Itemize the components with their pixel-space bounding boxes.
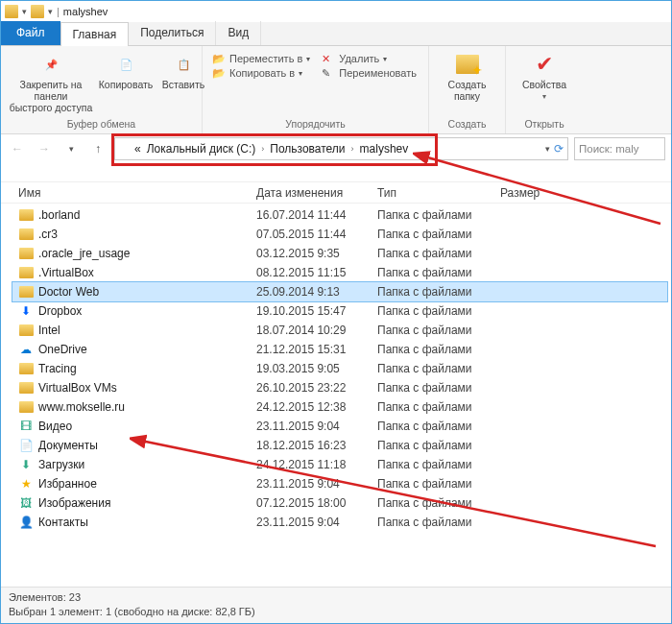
copy-icon: 📄 — [112, 52, 139, 77]
crumb-3[interactable]: malyshev — [356, 142, 413, 156]
item-type: Папка с файлами — [377, 362, 500, 375]
item-date: 08.12.2015 11:15 — [256, 266, 377, 279]
item-name: Изображения — [38, 496, 256, 510]
col-name[interactable]: Имя — [18, 186, 256, 200]
move-to-button[interactable]: 📂Переместить в ▾ — [208, 52, 314, 65]
props-label: Свойства — [522, 79, 566, 90]
qa-dropdown-icon[interactable]: ▾ — [22, 7, 27, 16]
pin-label: Закрепить на панели быстрого доступа — [9, 79, 93, 113]
item-type: Папка с файлами — [377, 516, 500, 529]
list-item[interactable]: .oracle_jre_usage03.12.2015 9:35Папка с … — [12, 244, 667, 263]
list-item[interactable]: ⬇Загрузки24.12.2015 11:18Папка с файлами — [12, 455, 667, 474]
list-item[interactable]: ☁OneDrive21.12.2015 15:31Папка с файлами — [12, 340, 667, 359]
pin-icon: 📌 — [37, 52, 64, 77]
status-bar: Элементов: 23 — [1, 587, 671, 606]
item-type: Папка с файлами — [377, 285, 500, 299]
crumb-1[interactable]: Локальный диск (C:) — [143, 142, 260, 156]
item-type: Папка с файлами — [377, 324, 500, 337]
delete-button[interactable]: ✕Удалить ▾ — [318, 52, 420, 65]
list-item[interactable]: www.mokselle.ru24.12.2015 12:38Папка с ф… — [12, 397, 667, 417]
copy-label: Копировать — [99, 79, 154, 90]
list-item[interactable]: .borland16.07.2014 11:44Папка с файлами — [12, 205, 667, 225]
copyto-icon: 📂 — [212, 67, 226, 79]
crumb-2[interactable]: Пользователи — [266, 142, 348, 156]
item-type: Папка с файлами — [377, 266, 500, 279]
list-item[interactable]: 🎞Видео23.11.2015 9:04Папка с файлами — [12, 417, 667, 436]
item-date: 24.12.2015 11:18 — [256, 458, 377, 471]
folder-icon — [18, 265, 34, 280]
item-name: www.mokselle.ru — [38, 400, 256, 414]
item-date: 07.05.2015 11:44 — [256, 228, 377, 241]
address-row: ← → ▾ ↑ « Локальный диск (C:)› Пользоват… — [1, 134, 671, 163]
group-organize-label: Упорядочить — [285, 118, 345, 130]
item-name: Загрузки — [38, 458, 256, 471]
folder-icon — [18, 227, 34, 242]
list-item[interactable]: VirtualBox VMs26.10.2015 23:22Папка с фа… — [12, 378, 667, 397]
tab-file[interactable]: Файл — [1, 21, 60, 45]
item-type: Папка с файлами — [377, 247, 500, 260]
list-item[interactable]: 🖼Изображения07.12.2015 18:00Папка с файл… — [12, 493, 667, 513]
item-date: 07.12.2015 18:00 — [256, 496, 377, 510]
list-item[interactable]: 📄Документы18.12.2015 16:23Папка с файлам… — [12, 436, 667, 455]
item-date: 25.09.2014 9:13 — [256, 285, 377, 299]
window-title: malyshev — [63, 6, 108, 17]
item-type: Папка с файлами — [377, 400, 500, 414]
video-icon: 🎞 — [18, 419, 34, 434]
item-type: Папка с файлами — [377, 420, 500, 433]
item-name: .borland — [38, 208, 256, 222]
item-date: 16.07.2014 11:44 — [256, 208, 377, 222]
move-icon: 📂 — [212, 53, 226, 64]
col-size[interactable]: Размер — [500, 186, 577, 200]
properties-button[interactable]: ✔ Свойства ▾ — [517, 50, 571, 101]
contacts-icon: 👤 — [18, 515, 34, 530]
list-item[interactable]: Doctor Web25.09.2014 9:13Папка с файлами — [12, 282, 667, 301]
folder-icon — [18, 207, 34, 223]
addr-dropdown-icon[interactable]: ▾ — [545, 144, 550, 154]
list-item[interactable]: Intel18.07.2014 10:29Папка с файлами — [12, 321, 667, 340]
app-icon — [5, 5, 18, 18]
folder-icon — [18, 323, 34, 338]
recent-button[interactable]: ▾ — [60, 138, 82, 159]
folder-icon — [119, 143, 132, 155]
list-item[interactable]: Tracing19.03.2015 9:05Папка с файлами — [12, 359, 667, 378]
rename-button[interactable]: ✎Переименовать — [318, 66, 420, 80]
qa-dropdown-icon2[interactable]: ▾ — [48, 7, 53, 16]
pin-button[interactable]: 📌 Закрепить на панели быстрого доступа — [7, 50, 95, 113]
downloads-icon: ⬇ — [18, 457, 34, 472]
paste-label: Вставить — [162, 79, 205, 90]
list-item[interactable]: .cr307.05.2015 11:44Папка с файлами — [12, 225, 667, 244]
item-name: Dropbox — [38, 304, 256, 318]
list-item[interactable]: 👤Контакты23.11.2015 9:04Папка с файлами — [12, 513, 667, 532]
forward-button[interactable]: → — [34, 138, 55, 159]
folder-icon — [18, 399, 34, 415]
refresh-icon[interactable]: ⟳ — [554, 142, 564, 156]
back-button[interactable]: ← — [7, 138, 28, 159]
up-button[interactable]: ↑ — [87, 138, 108, 159]
new-folder-button[interactable]: ✦ Создать папку — [441, 50, 494, 102]
copy-button[interactable]: 📄 Копировать — [99, 50, 153, 90]
item-name: OneDrive — [38, 343, 256, 356]
group-open-label: Открыть — [524, 118, 564, 130]
item-type: Папка с файлами — [377, 343, 500, 356]
file-list: .borland16.07.2014 11:44Папка с файлами.… — [1, 204, 671, 587]
list-item[interactable]: .VirtualBox08.12.2015 11:15Папка с файла… — [12, 263, 667, 282]
tab-share[interactable]: Поделиться — [129, 21, 216, 45]
search-input[interactable]: Поиск: maly — [574, 137, 665, 160]
col-date[interactable]: Дата изменения — [256, 186, 377, 200]
list-item[interactable]: ⬇Dropbox19.10.2015 15:47Папка с файлами — [12, 301, 667, 321]
col-type[interactable]: Тип — [377, 186, 500, 200]
item-type: Папка с файлами — [377, 439, 500, 452]
item-date: 24.12.2015 12:38 — [256, 400, 377, 414]
item-name: VirtualBox VMs — [38, 381, 256, 395]
copy-to-button[interactable]: 📂Копировать в ▾ — [208, 66, 314, 80]
tab-view[interactable]: Вид — [216, 21, 261, 45]
item-date: 03.12.2015 9:35 — [256, 247, 377, 260]
item-name: Видео — [38, 420, 256, 433]
dropbox-icon: ⬇ — [18, 303, 34, 319]
delete-icon: ✕ — [322, 53, 335, 64]
item-date: 23.11.2015 9:04 — [256, 516, 377, 529]
tab-home[interactable]: Главная — [60, 22, 130, 46]
list-item[interactable]: ★Избранное23.11.2015 9:04Папка с файлами — [12, 474, 667, 493]
address-bar[interactable]: « Локальный диск (C:)› Пользователи› mal… — [114, 137, 568, 160]
crumb-prefix: « — [134, 142, 141, 156]
